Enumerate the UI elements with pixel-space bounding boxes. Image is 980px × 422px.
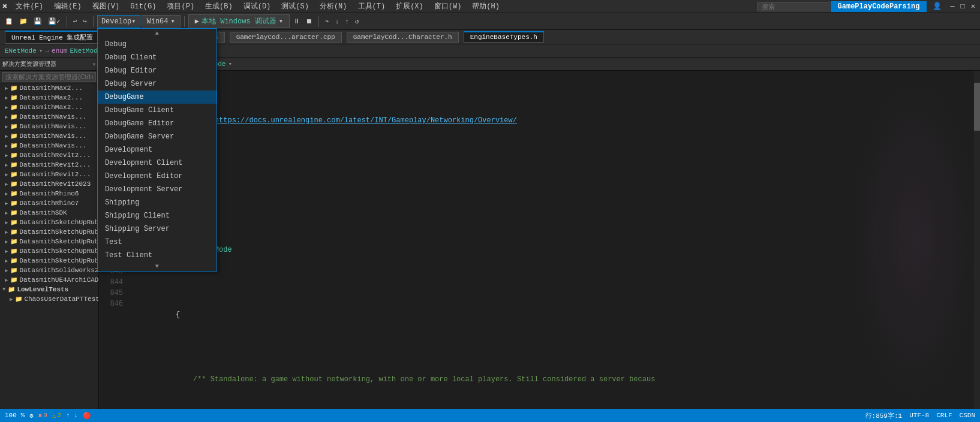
config-item-development[interactable]: Development <box>98 143 217 156</box>
config-item-debuggame-client[interactable]: DebugGame Client <box>98 104 217 117</box>
sidebar-item-9[interactable]: ▶ 📁 DatasmithRevit2... <box>0 170 98 179</box>
stop-btn[interactable]: ⏹ <box>303 16 315 26</box>
folder-icon-2: 📁 <box>10 104 17 111</box>
sidebar-close-btn[interactable]: ✕ <box>92 61 96 68</box>
menu-project[interactable]: 项目(P) <box>162 0 199 13</box>
step-over-btn[interactable]: ↷ <box>323 16 332 26</box>
restart-btn[interactable]: ↺ <box>353 16 362 26</box>
window-minimize[interactable]: — <box>948 2 957 11</box>
sidebar-item-3[interactable]: ▶ 📁 DatasmithNavis... <box>0 112 98 122</box>
platform-dropdown[interactable]: Win64 ▾ <box>142 15 181 28</box>
menu-debug[interactable]: 调试(D) <box>239 0 276 13</box>
sidebar-item-19[interactable]: ▶ 📁 DatasmithSolidworks2021 <box>0 266 98 275</box>
window-maximize[interactable]: □ <box>958 2 967 11</box>
sidebar-search-input[interactable] <box>2 72 96 82</box>
menu-build[interactable]: 生成(B) <box>200 0 238 13</box>
menu-git[interactable]: Git(G) <box>125 1 161 12</box>
menu-view[interactable]: 视图(V) <box>88 0 125 13</box>
redo-btn[interactable]: ↪ <box>80 16 89 26</box>
breadcrumb-enum-label: enum <box>52 47 67 55</box>
menu-help[interactable]: 帮助(H) <box>467 0 504 13</box>
config-dropdown[interactable]: Develop▾ <box>97 15 140 28</box>
config-item-debug[interactable]: Debug <box>98 38 217 51</box>
sidebar-item-18[interactable]: ▶ 📁 DatasmithSketchUpRuby2023 <box>0 256 98 266</box>
sidebar-item-label-14: DatasmithSketchUpRuby2019 <box>19 219 98 226</box>
step-into-btn[interactable]: ↓ <box>333 17 342 26</box>
config-item-shipping-client[interactable]: Shipping Client <box>98 209 217 222</box>
sidebar-item-15[interactable]: ▶ 📁 DatasmithSketchUpRuby2020 <box>0 227 98 237</box>
sidebar-item-1[interactable]: ▶ 📁 DatasmithMax2... <box>0 93 98 103</box>
collapse-icon-18: ▶ <box>5 258 8 264</box>
folder-icon-lowlevel: 📁 <box>8 286 15 293</box>
sidebar-item-label-1: DatasmithMax2... <box>19 94 83 101</box>
open-btn[interactable]: 📁 <box>17 16 30 26</box>
menu-file[interactable]: 文件(F) <box>11 0 48 13</box>
code-line-828: { <box>133 299 969 331</box>
menu-extensions[interactable]: 扩展(X) <box>391 0 428 13</box>
sidebar-item-5[interactable]: ▶ 📁 DatasmithNavis... <box>0 131 98 141</box>
folder-icon-11: 📁 <box>10 190 17 197</box>
scroll-up-btn[interactable]: ▲ <box>98 29 217 38</box>
unreal-tab-enginebase[interactable]: EngineBaseTypes.h <box>464 31 544 43</box>
config-item-debuggame-server[interactable]: DebugGame Server <box>98 130 217 143</box>
folder-icon-4: 📁 <box>10 123 17 130</box>
scrollbar-thumb[interactable] <box>974 83 980 131</box>
folder-icon-20: 📁 <box>10 276 17 284</box>
sidebar-item-2[interactable]: ▶ 📁 DatasmithMax2... <box>0 103 98 112</box>
step-out-btn[interactable]: ↑ <box>342 17 351 26</box>
sidebar-item-13[interactable]: ▶ 📁 DatasmithSDK <box>0 208 98 218</box>
save-all-btn[interactable]: 💾✓ <box>46 16 63 26</box>
sidebar-item-14[interactable]: ▶ 📁 DatasmithSketchUpRuby2019 <box>0 218 98 227</box>
scroll-down-btn[interactable]: ▼ <box>98 262 217 271</box>
code-content[interactable]: * @see https://docs.unrealengine.com/lat… <box>128 71 974 409</box>
config-item-shipping-server[interactable]: Shipping Server <box>98 222 217 236</box>
menu-tools[interactable]: 工具(T) <box>353 0 390 13</box>
save-btn[interactable]: 💾 <box>31 16 44 26</box>
undo-btn[interactable]: ↩ <box>71 16 80 26</box>
config-item-debuggame[interactable]: DebugGame <box>98 91 217 104</box>
unreal-tab-character-h[interactable]: GamePlayCod...Character.h <box>347 32 459 43</box>
code-editor[interactable]: 825 826 827 828 829 830 831 832 833 834 … <box>99 71 980 409</box>
menu-window[interactable]: 窗口(W) <box>429 0 467 13</box>
zoom-level: 100 % <box>5 412 25 419</box>
config-item-development-client[interactable]: Development Client <box>98 156 217 170</box>
sidebar-item-8[interactable]: ▶ 📁 DatasmithRevit2... <box>0 160 98 170</box>
pause-btn[interactable]: ⏸ <box>291 16 302 26</box>
config-item-debug-client[interactable]: Debug Client <box>98 51 217 64</box>
menu-edit[interactable]: 编辑(E) <box>49 0 86 13</box>
sidebar-item-label-18: DatasmithSketchUpRuby2023 <box>19 257 98 264</box>
search-input[interactable] <box>757 2 829 11</box>
config-item-test-client[interactable]: Test Client <box>98 249 217 262</box>
new-project-btn[interactable]: 📋 <box>2 16 16 26</box>
sidebar-item-lowlevel[interactable]: ▼ 📁 LowLevelTests <box>0 285 98 294</box>
scroll-arrows[interactable]: ↑ ↓ <box>66 412 78 419</box>
config-item-debug-editor[interactable]: Debug Editor <box>98 64 217 77</box>
sidebar-item-0[interactable]: ▶ 📁 DatasmithMax2... <box>0 83 98 93</box>
config-item-test[interactable]: Test <box>98 236 217 249</box>
menu-analyze[interactable]: 分析(N) <box>315 0 352 13</box>
config-item-debuggame-editor[interactable]: DebugGame Editor <box>98 117 217 130</box>
sidebar-item-12[interactable]: ▶ 📁 DatasmithRhino7 <box>0 198 98 208</box>
config-item-shipping[interactable]: Shipping <box>98 196 217 209</box>
config-item-development-server[interactable]: Development Server <box>98 183 217 196</box>
breadcrumb-enum-link[interactable]: ENetMode <box>5 47 37 55</box>
sidebar-item-16[interactable]: ▶ 📁 DatasmithSketchUpRuby2021 <box>0 237 98 246</box>
config-item-debug-server[interactable]: Debug Server <box>98 77 217 91</box>
sidebar-item-6[interactable]: ▶ 📁 DatasmithNavis... <box>0 141 98 150</box>
collapse-icon-8: ▶ <box>5 162 8 168</box>
unreal-tab-integration[interactable]: Unreal Engine 集成配置 <box>5 31 100 44</box>
sidebar-item-10[interactable]: ▶ 📁 DatasmithRevit2023 <box>0 179 98 189</box>
sidebar-item-4[interactable]: ▶ 📁 DatasmithNavis... <box>0 122 98 131</box>
run-debug-button[interactable]: ▶ 本地 Windows 调试器 ▾ <box>188 14 290 28</box>
sidebar-item-20[interactable]: ▶ 📁 DatasmithUE4ArchiCAD <box>0 275 98 285</box>
window-close[interactable]: ✕ <box>969 2 978 11</box>
vertical-scrollbar[interactable] <box>974 71 980 409</box>
sidebar-item-11[interactable]: ▶ 📁 DatasmithRhino6 <box>0 189 98 198</box>
sidebar-item-7[interactable]: ▶ 📁 DatasmithRevit2... <box>0 150 98 160</box>
config-item-development-editor[interactable]: Development Editor <box>98 170 217 183</box>
unreal-tab-character-cpp[interactable]: GamePlayCod...aracter.cpp <box>230 32 342 43</box>
sidebar-item-17[interactable]: ▶ 📁 DatasmithSketchUpRuby2022 <box>0 246 98 256</box>
collapse-icon: ▶ <box>5 85 8 92</box>
menu-test[interactable]: 测试(S) <box>276 0 314 13</box>
sidebar-item-chaos[interactable]: ▶ 📁 ChaosUserDataPTTests <box>0 294 98 304</box>
